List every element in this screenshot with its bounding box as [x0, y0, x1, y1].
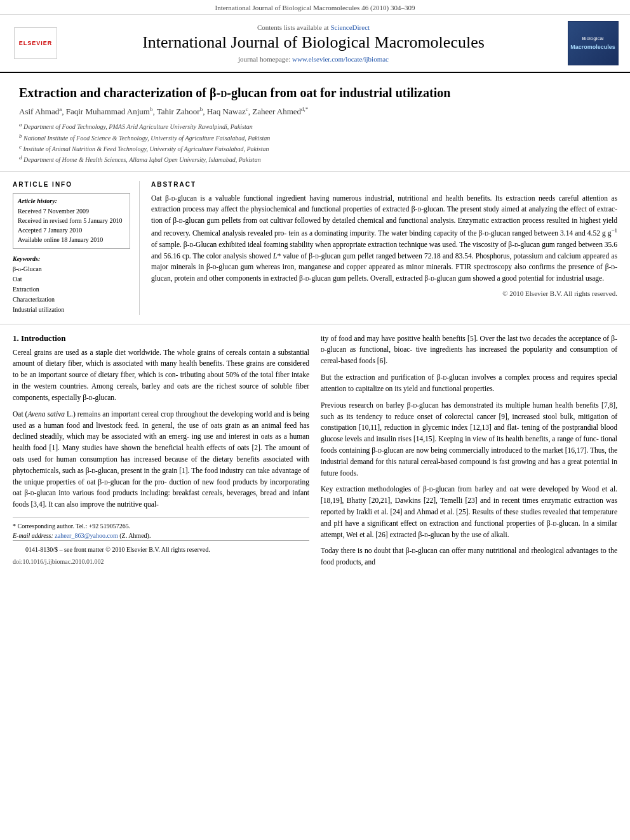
keyword-2: Oat [13, 274, 130, 284]
body-section: 1. Introduction Cereal grains are used a… [0, 324, 630, 582]
badge-label2: Macromolecules [570, 44, 615, 51]
email-link[interactable]: zaheer_863@yahoo.com [55, 532, 117, 539]
abstract-header: ABSTRACT [151, 181, 617, 188]
contents-label: Contents lists available at [257, 23, 329, 31]
history-revised: Received in revised form 5 January 2010 [18, 216, 125, 225]
affiliation-b: b National Institute of Food Science & T… [19, 132, 611, 143]
journal-header: ELSEVIER Contents lists available at Sci… [0, 15, 630, 73]
body-right-column: ity of food and may have positive health… [321, 333, 617, 573]
keyword-3: Extraction [13, 284, 130, 295]
footer-license: 0141-8130/$ – see front matter © 2010 El… [25, 545, 210, 554]
right-para-3: Previous research on barley β-d-glucan h… [321, 400, 617, 479]
article-history-box: Article history: Received 7 November 200… [13, 193, 130, 249]
right-para-2: But the extraction and purification of β… [321, 372, 617, 395]
journal-citation-text: International Journal of Biological Macr… [215, 4, 415, 11]
history-accepted: Accepted 7 January 2010 [18, 225, 125, 235]
contents-line: Contents lists available at ScienceDirec… [257, 23, 370, 31]
sciencedirect-link[interactable]: ScienceDirect [330, 23, 370, 31]
copyright-line: © 2010 Elsevier B.V. All rights reserved… [151, 290, 617, 297]
article-info-column: ARTICLE INFO Article history: Received 7… [13, 181, 140, 315]
keywords-section: Keywords: β-d-Glucan Oat Extraction Char… [13, 255, 130, 315]
affiliation-d: d Department of Home & Health Sciences, … [19, 154, 611, 164]
doi-line: doi:10.1016/j.ijbiomac.2010.01.002 [13, 558, 309, 568]
corresponding-footnote: * Corresponding author. Tel.: +92 519057… [13, 521, 309, 531]
keyword-1: β-d-Glucan [13, 264, 130, 274]
elsevier-logo-area: ELSEVIER [10, 21, 61, 65]
homepage-label: journal homepage: [238, 55, 292, 63]
footnote-section: * Corresponding author. Tel.: +92 519057… [13, 517, 309, 540]
affiliation-c: c Institute of Animal Nutrition & Feed T… [19, 143, 611, 154]
abstract-column: ABSTRACT Oat β-d-glucan is a valuable fu… [151, 181, 617, 315]
footer-bar: 0141-8130/$ – see front matter © 2010 El… [13, 540, 309, 558]
journal-badge: Biological Macromolecules [568, 21, 619, 65]
journal-main-title: International Journal of Biological Macr… [142, 32, 485, 52]
article-main-title: Extraction and characterization of β-d-g… [19, 84, 611, 101]
badge-label1: Biological [582, 36, 603, 42]
intro-para-1: Cereal grains are used as a staple diet … [13, 347, 309, 404]
history-received: Received 7 November 2009 [18, 206, 125, 216]
keyword-5: Industrial utilization [13, 305, 130, 315]
elsevier-logo-text: ELSEVIER [19, 40, 53, 46]
elsevier-logo: ELSEVIER [14, 27, 57, 59]
article-title-section: Extraction and characterization of β-d-g… [0, 73, 630, 172]
right-para-1: ity of food and may have positive health… [321, 333, 617, 367]
doi-text: doi:10.1016/j.ijbiomac.2010.01.002 [13, 558, 104, 565]
journal-citation-bar: International Journal of Biological Macr… [0, 0, 630, 15]
keywords-title: Keywords: [13, 255, 130, 262]
history-online: Available online 18 January 2010 [18, 235, 125, 244]
article-authors: Asif Ahmada, Faqir Muhammad Anjumb, Tahi… [19, 106, 611, 117]
body-left-column: 1. Introduction Cereal grains are used a… [13, 333, 309, 573]
page-wrapper: International Journal of Biological Macr… [0, 0, 630, 840]
homepage-line: journal homepage: www.elsevier.com/locat… [238, 55, 389, 63]
intro-para-2: Oat (Avena sativa L.) remains an importa… [13, 409, 309, 510]
journal-badge-area: Biological Macromolecules [566, 21, 620, 65]
right-para-5: Today there is no doubt that β-d-glucan … [321, 545, 617, 568]
history-title: Article history: [18, 197, 125, 204]
journal-title-area: Contents lists available at ScienceDirec… [67, 21, 560, 65]
abstract-text: Oat β-d-glucan is a valuable functional … [151, 193, 617, 284]
affiliation-a: a Department of Food Technology, PMAS Ar… [19, 121, 611, 131]
introduction-heading: 1. Introduction [13, 333, 309, 343]
keyword-4: Characterization [13, 295, 130, 305]
homepage-link[interactable]: www.elsevier.com/locate/ijbiomac [292, 55, 389, 63]
email-footnote: E-mail address: zaheer_863@yahoo.com (Z.… [13, 531, 309, 540]
article-info-abstract-section: ARTICLE INFO Article history: Received 7… [0, 172, 630, 324]
article-info-header: ARTICLE INFO [13, 181, 130, 188]
author-affiliations: a Department of Food Technology, PMAS Ar… [19, 121, 611, 164]
right-para-4: Key extraction methodologies of β-d-gluc… [321, 484, 617, 540]
